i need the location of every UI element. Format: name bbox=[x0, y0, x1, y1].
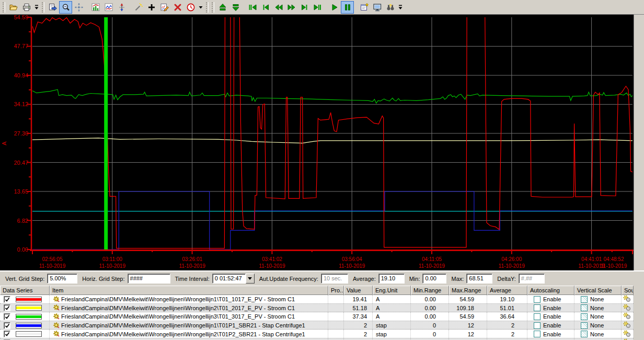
vertical-scale-checkbox[interactable] bbox=[581, 304, 588, 311]
vertical-scale-checkbox[interactable] bbox=[581, 313, 588, 320]
trend-chart[interactable]: A 54.5947.7740.9434.1227.3020.4713.656.8… bbox=[0, 15, 644, 270]
series-visible-checkbox[interactable] bbox=[4, 296, 10, 303]
add-item-button[interactable] bbox=[145, 1, 158, 14]
pan-tool-button[interactable] bbox=[72, 1, 85, 14]
display-settings-button[interactable] bbox=[371, 1, 384, 14]
cell-min-range: 0 bbox=[411, 330, 449, 338]
autoscaling-checkbox[interactable] bbox=[534, 322, 540, 329]
open-file-button[interactable] bbox=[7, 1, 20, 14]
autoscaling-checkbox[interactable] bbox=[534, 313, 540, 320]
print-button[interactable] bbox=[20, 1, 33, 14]
rewind-button[interactable] bbox=[272, 1, 285, 14]
play-button[interactable] bbox=[328, 1, 341, 14]
source-icon[interactable] bbox=[622, 312, 631, 320]
jump-begin-button[interactable] bbox=[246, 1, 259, 14]
series-t01-3017-e-pv-stroom-c1 bbox=[32, 89, 632, 103]
time-settings-button[interactable] bbox=[184, 1, 197, 14]
vertical-scale-checkbox[interactable] bbox=[581, 322, 588, 329]
column-header-pro-[interactable]: Pro... bbox=[328, 286, 344, 295]
table-row[interactable]: FrieslandCampina\DMV\Melkeiwit\Wrongelli… bbox=[0, 321, 644, 330]
setting-value[interactable]: 5.00% bbox=[47, 274, 77, 284]
jump-end-button[interactable] bbox=[311, 1, 324, 14]
step-back-button[interactable] bbox=[259, 1, 272, 14]
time-interval-dropdown-button[interactable] bbox=[246, 274, 255, 284]
cell-autoscaling: Enable bbox=[527, 304, 574, 312]
source-icon[interactable] bbox=[622, 304, 631, 312]
step-forward-button[interactable] bbox=[298, 1, 311, 14]
table-row[interactable]: FrieslandCampina\DMV\Melkeiwit\Wrongelli… bbox=[0, 312, 644, 321]
line-chart-mode-button[interactable] bbox=[102, 1, 115, 14]
setting-label: Horiz. Grid Step: bbox=[82, 276, 124, 282]
y-axis-label: 34.12 bbox=[6, 101, 28, 107]
wand-tool-button[interactable] bbox=[132, 1, 145, 14]
scroll-up-button[interactable] bbox=[216, 1, 229, 14]
cell-max-range: 54.59 bbox=[449, 312, 487, 321]
bar-chart-mode-button[interactable] bbox=[89, 1, 102, 14]
source-icon[interactable] bbox=[622, 321, 631, 329]
source-icon[interactable] bbox=[622, 295, 631, 303]
series-visible-checkbox[interactable] bbox=[4, 313, 10, 320]
fast-forward-button[interactable] bbox=[285, 1, 298, 14]
column-header-min-range[interactable]: Min.Range bbox=[411, 286, 449, 295]
setting-value[interactable]: 19.10 bbox=[378, 274, 405, 284]
trend-plot[interactable] bbox=[0, 15, 644, 270]
series-color-swatch[interactable] bbox=[16, 323, 42, 328]
source-icon[interactable] bbox=[622, 330, 631, 338]
cell-vertical-scale: None bbox=[574, 321, 622, 330]
bar-chart-mode-icon bbox=[91, 3, 100, 12]
table-rows: FrieslandCampina\DMV\Melkeiwit\Wrongelli… bbox=[0, 295, 644, 340]
edit-chart-button[interactable] bbox=[158, 1, 171, 14]
column-header-average[interactable]: Average bbox=[487, 286, 527, 295]
column-header-eng-unit[interactable]: Eng.Unit bbox=[373, 286, 411, 295]
trend-cursor bbox=[104, 17, 108, 251]
cell-autoscaling: Enable bbox=[527, 330, 574, 338]
table-row[interactable]: FrieslandCampina\DMV\Melkeiwit\Wrongelli… bbox=[0, 295, 644, 304]
column-header-item[interactable]: Item bbox=[50, 286, 328, 295]
setting-value[interactable]: 0 01:52:47 bbox=[212, 274, 246, 284]
column-header-max-range[interactable]: Max.Range bbox=[449, 286, 487, 295]
series-color-swatch[interactable] bbox=[16, 297, 42, 302]
autoscaling-checkbox[interactable] bbox=[534, 331, 540, 337]
setting-value[interactable]: 68.51 bbox=[466, 274, 492, 284]
setting-deltay-: DeltaY:#.## bbox=[497, 274, 544, 284]
toolbar-overflow-button[interactable] bbox=[33, 1, 40, 14]
setting-value[interactable]: #### bbox=[128, 274, 170, 284]
pause-button[interactable] bbox=[341, 1, 354, 14]
x-axis-label: 02:56:0511-10-2019 bbox=[34, 256, 70, 269]
series-color-swatch[interactable] bbox=[16, 305, 42, 311]
cell-vertical-scale: None bbox=[574, 330, 622, 338]
find-button[interactable]: ? bbox=[384, 1, 397, 14]
properties-button[interactable] bbox=[358, 1, 371, 14]
series-color-swatch[interactable] bbox=[16, 331, 42, 337]
time-settings-dropdown-button[interactable] bbox=[197, 1, 204, 14]
vertical-scale-checkbox[interactable] bbox=[581, 331, 588, 337]
autoscaling-checkbox[interactable] bbox=[534, 304, 540, 311]
export-chart-button[interactable] bbox=[46, 1, 59, 14]
table-row[interactable]: FrieslandCampina\DMV\Melkeiwit\Wrongelli… bbox=[0, 330, 644, 338]
series-visible-checkbox[interactable] bbox=[4, 304, 10, 311]
setting-max-: Max:68.51 bbox=[451, 274, 492, 284]
delete-item-button[interactable] bbox=[171, 1, 184, 14]
vertical-scale-mode-button[interactable] bbox=[115, 1, 128, 14]
column-header-autoscaling[interactable]: Autoscaling bbox=[527, 286, 574, 295]
setting-label: Average: bbox=[353, 276, 376, 282]
setting-value[interactable]: 0.00 bbox=[422, 274, 446, 284]
series-visible-checkbox[interactable] bbox=[4, 331, 10, 337]
column-header-vertical-scale[interactable]: Vertical Scale bbox=[574, 286, 622, 295]
toolbar-grip bbox=[206, 2, 209, 13]
column-header-sou[interactable]: Sou bbox=[622, 286, 634, 295]
column-header-value[interactable]: Value bbox=[344, 286, 373, 295]
scroll-down-button[interactable] bbox=[229, 1, 242, 14]
table-row[interactable]: FrieslandCampina\DMV\Melkeiwit\Wrongelli… bbox=[0, 304, 644, 313]
cell-average: 36.64 bbox=[487, 312, 527, 321]
toolbar-overflow-2-button[interactable] bbox=[397, 1, 404, 14]
cell-item: FrieslandCampina\DMV\Melkeiwit\Wrongelli… bbox=[50, 321, 328, 330]
setting-value[interactable]: 10 sec. bbox=[321, 274, 348, 284]
vertical-scale-checkbox[interactable] bbox=[581, 296, 588, 303]
series-color-swatch[interactable] bbox=[16, 314, 42, 320]
zoom-tool-button[interactable] bbox=[59, 1, 72, 14]
series-visible-checkbox[interactable] bbox=[4, 322, 10, 329]
autoscaling-checkbox[interactable] bbox=[534, 296, 540, 303]
column-header-data-series[interactable]: Data Series bbox=[0, 286, 50, 295]
setting-value[interactable]: #.## bbox=[519, 274, 545, 284]
